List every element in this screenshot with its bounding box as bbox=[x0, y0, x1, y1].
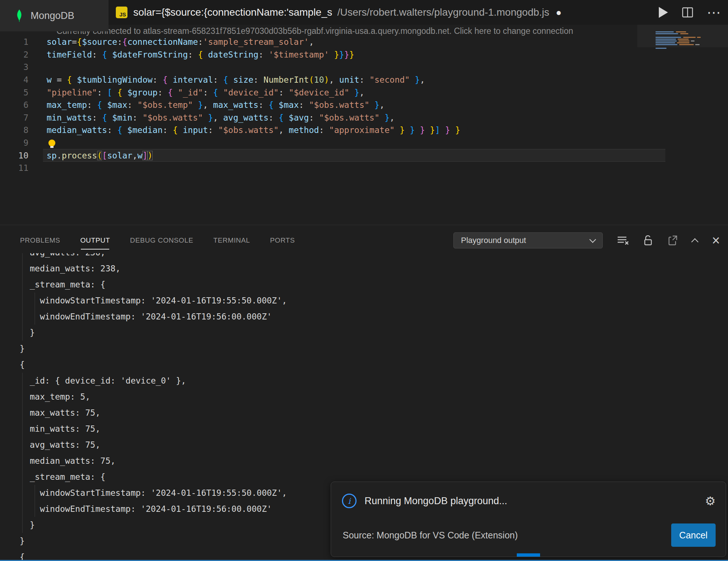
code-text: solar={$source:{connectionName:'sample_s… bbox=[47, 37, 314, 47]
connection-status-banner[interactable]: Currently connected to atlas-stream-6582… bbox=[56, 26, 668, 36]
split-editor-icon[interactable] bbox=[682, 7, 693, 17]
panel-tab-output[interactable]: OUTPUT bbox=[80, 236, 110, 250]
indent-guide bbox=[22, 373, 23, 533]
output-line: avg_watts: 75, bbox=[0, 437, 728, 453]
run-playground-button[interactable] bbox=[658, 7, 668, 18]
tab-file-path: /Users/robert.walters/playground-1.mongo… bbox=[337, 7, 549, 18]
mongodb-view-header[interactable]: MongoDB bbox=[0, 0, 109, 31]
code-text: "pipeline": [ { $group: { "_id": { "devi… bbox=[47, 88, 365, 97]
chevron-down-icon bbox=[589, 236, 596, 243]
code-text bbox=[47, 140, 55, 146]
line-number: 1 bbox=[0, 37, 28, 47]
output-line: median_watts: 75, bbox=[0, 453, 728, 469]
code-line[interactable]: 5"pipeline": [ { $group: { "_id": { "dev… bbox=[0, 86, 728, 99]
toast-title: Running MongoDB playground... bbox=[365, 495, 705, 507]
line-number: 9 bbox=[0, 138, 28, 148]
output-line: _id: { device_id: 'device_0' }, bbox=[0, 373, 728, 389]
panel-tab-debug-console[interactable]: DEBUG CONSOLE bbox=[130, 236, 193, 250]
output-line: windowStartTimestamp: '2024-01-16T19:55:… bbox=[0, 293, 728, 309]
output-line: } bbox=[0, 341, 728, 357]
code-line[interactable]: 7min_watts: { $min: "$obs.watts" }, avg_… bbox=[0, 111, 728, 124]
mongodb-leaf-icon bbox=[15, 9, 24, 22]
lightbulb-icon[interactable] bbox=[48, 140, 55, 146]
code-line[interactable]: 2timeField: { $dateFromString: { dateStr… bbox=[0, 48, 728, 61]
line-number: 10 bbox=[0, 151, 28, 160]
code-line[interactable]: 4w = { $tumblingWindow: { interval: { si… bbox=[0, 74, 728, 86]
line-number: 4 bbox=[0, 75, 28, 85]
output-line: avg_watts: 236, bbox=[0, 253, 728, 260]
panel-header: PROBLEMSOUTPUTDEBUG CONSOLETERMINALPORTS… bbox=[0, 230, 728, 251]
output-line: max_temp: 5, bbox=[0, 389, 728, 405]
unlock-scroll-icon[interactable] bbox=[644, 235, 653, 246]
code-text: timeField: { $dateFromString: { dateStri… bbox=[47, 50, 354, 59]
vscode-window: MongoDB JS solar={$source:{connectionNam… bbox=[0, 0, 728, 561]
code-text: max_temp: { $max: "$obs.temp" }, max_wat… bbox=[47, 100, 385, 110]
output-line: median_watts: 238, bbox=[0, 260, 728, 276]
panel-tab-ports[interactable]: PORTS bbox=[270, 236, 295, 250]
output-line: _stream_meta: { bbox=[0, 276, 728, 293]
line-number: 5 bbox=[0, 88, 28, 97]
javascript-file-icon: JS bbox=[116, 7, 127, 18]
notification-toast: i Running MongoDB playground... ⚙ Source… bbox=[331, 482, 726, 557]
output-line: windowEndTimestamp: '2024-01-16T19:56:00… bbox=[0, 309, 728, 325]
clear-output-icon[interactable] bbox=[617, 235, 629, 246]
code-line[interactable]: 8median_watts: { $median: { input: "$obs… bbox=[0, 124, 728, 137]
mongodb-view-label: MongoDB bbox=[31, 10, 74, 21]
maximize-panel-icon[interactable] bbox=[691, 238, 699, 246]
line-number: 6 bbox=[0, 100, 28, 110]
notification-settings-icon[interactable]: ⚙ bbox=[705, 494, 716, 508]
code-line[interactable]: 6max_temp: { $max: "$obs.temp" }, max_wa… bbox=[0, 99, 728, 111]
modified-indicator-dot: ● bbox=[556, 7, 562, 18]
tab-title: solar={$source:{connectionName:'sample_s bbox=[133, 7, 332, 18]
code-line[interactable]: 11 bbox=[0, 162, 728, 174]
current-line-highlight bbox=[43, 149, 665, 162]
open-output-in-editor-icon[interactable] bbox=[668, 235, 678, 246]
indent-guide bbox=[35, 485, 35, 517]
code-text: min_watts: { $min: "$obs.watts" }, avg_w… bbox=[47, 113, 395, 122]
code-line[interactable]: 1solar={$source:{connectionName:'sample_… bbox=[0, 36, 728, 48]
panel-tab-problems[interactable]: PROBLEMS bbox=[20, 236, 60, 250]
toast-progress-bar bbox=[517, 553, 540, 557]
minimap[interactable] bbox=[656, 31, 719, 53]
code-editor[interactable]: Currently connected to atlas-stream-6582… bbox=[0, 25, 728, 225]
close-panel-icon[interactable]: × bbox=[712, 235, 720, 246]
output-line: } bbox=[0, 325, 728, 341]
code-line[interactable]: 3 bbox=[0, 61, 728, 74]
code-text: median_watts: { $median: { input: "$obs.… bbox=[47, 125, 460, 135]
output-channel-dropdown[interactable]: Playground output bbox=[453, 232, 603, 248]
output-line: min_watts: 75, bbox=[0, 421, 728, 437]
panel-tab-terminal[interactable]: TERMINAL bbox=[213, 236, 250, 250]
code-line[interactable]: 9 bbox=[0, 137, 728, 149]
editor-tab[interactable]: JS solar={$source:{connectionName:'sampl… bbox=[116, 0, 562, 25]
cancel-button[interactable]: Cancel bbox=[671, 523, 716, 547]
line-number: 11 bbox=[0, 163, 28, 173]
code-line[interactable]: 10sp.process([solar,w]) bbox=[0, 149, 728, 162]
output-channel-value: Playground output bbox=[461, 236, 526, 245]
code-lines: 1solar={$source:{connectionName:'sample_… bbox=[0, 36, 728, 174]
more-actions-icon[interactable]: ⋯ bbox=[707, 9, 721, 16]
line-number: 3 bbox=[0, 62, 28, 72]
indent-guide bbox=[22, 253, 23, 341]
output-line: { bbox=[0, 357, 728, 373]
info-icon: i bbox=[342, 494, 357, 508]
line-number: 2 bbox=[0, 50, 28, 59]
output-line: max_watts: 75, bbox=[0, 405, 728, 421]
line-number: 7 bbox=[0, 113, 28, 122]
code-text: w = { $tumblingWindow: { interval: { siz… bbox=[47, 75, 425, 85]
line-number: 8 bbox=[0, 125, 28, 135]
indent-guide bbox=[35, 293, 35, 325]
toast-source: Source: MongoDB for VS Code (Extension) bbox=[343, 530, 671, 541]
panel-tabs: PROBLEMSOUTPUTDEBUG CONSOLETERMINALPORTS bbox=[0, 234, 295, 247]
